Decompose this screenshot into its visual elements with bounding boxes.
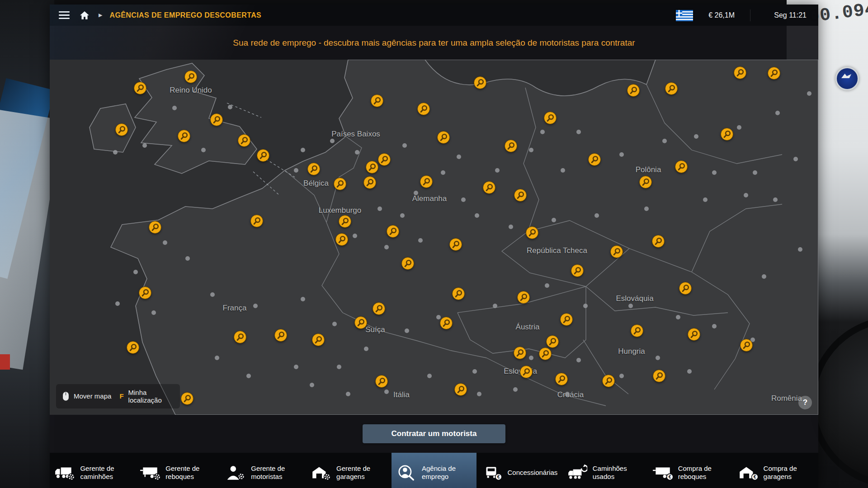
employment-agency-marker[interactable] — [339, 215, 352, 228]
employment-agency-marker[interactable] — [363, 176, 377, 189]
employment-agency-marker[interactable] — [474, 76, 487, 89]
employment-agency-marker[interactable] — [307, 163, 321, 176]
toolbar-item-garage-purchase[interactable]: € Compra de garagens — [733, 453, 818, 488]
employment-agency-marker[interactable] — [238, 134, 251, 147]
employment-agency-marker[interactable] — [768, 67, 781, 80]
undiscovered-city-dot — [332, 322, 337, 326]
employment-agency-marker[interactable] — [139, 286, 152, 300]
employment-agency-marker[interactable] — [134, 82, 147, 95]
employment-agency-marker[interactable] — [602, 375, 615, 388]
employment-agency-marker[interactable] — [610, 245, 623, 258]
employment-agency-marker[interactable] — [560, 313, 573, 326]
employment-agency-marker[interactable] — [555, 373, 568, 386]
employment-agency-marker[interactable] — [184, 70, 198, 84]
employment-agency-marker[interactable] — [526, 226, 539, 239]
employment-agency-marker[interactable] — [149, 221, 162, 234]
employment-agency-marker[interactable] — [312, 333, 325, 347]
country-label: Alemanha — [412, 194, 447, 203]
toolbar-item-used-trucks[interactable]: Caminhões usados — [562, 453, 647, 488]
employment-agency-marker[interactable] — [335, 233, 349, 246]
toolbar-item-garage-manager[interactable]: Gerente de garagens — [306, 453, 392, 488]
svg-text:€: € — [668, 474, 671, 479]
garage-manager-icon — [310, 464, 331, 481]
employment-agency-marker[interactable] — [631, 324, 644, 338]
employment-agency-marker[interactable] — [734, 66, 747, 80]
employment-agency-marker[interactable] — [401, 257, 415, 270]
toolbar-item-driver-manager[interactable]: Gerente de motoristas — [221, 453, 306, 488]
toolbar-item-trailer-manager[interactable]: Gerente de reboques — [135, 453, 221, 488]
employment-agency-marker[interactable] — [371, 94, 384, 108]
employment-agency-marker[interactable] — [514, 189, 527, 202]
employment-agency-marker[interactable] — [740, 339, 753, 352]
undiscovered-city-dot — [151, 310, 156, 315]
employment-agency-marker[interactable] — [234, 331, 247, 344]
employment-agency-marker[interactable] — [688, 328, 701, 341]
employment-agency-marker[interactable] — [514, 347, 527, 360]
employment-agency-marker[interactable] — [127, 341, 140, 354]
help-button[interactable]: ? — [798, 396, 812, 409]
employment-agency-marker[interactable] — [675, 160, 688, 174]
undiscovered-city-dot — [461, 197, 466, 202]
employment-agency-marker[interactable] — [520, 366, 533, 379]
toolbar-item-employment-agency[interactable]: Agência de emprego — [392, 453, 477, 488]
undiscovered-city-dot — [384, 389, 389, 394]
employment-agency-marker[interactable] — [505, 140, 518, 153]
move-map-label: Mover mapa — [74, 392, 111, 400]
top-bar: ▶ AGÊNCIAS DE EMPREGO DESCOBERTAS € 26,1… — [50, 5, 818, 26]
employment-agency-marker[interactable] — [539, 347, 552, 361]
employment-agency-marker[interactable] — [652, 235, 665, 248]
employment-agency-marker[interactable] — [452, 287, 465, 300]
employment-agency-marker[interactable] — [571, 264, 584, 277]
employment-agency-marker[interactable] — [449, 238, 462, 251]
undiscovered-city-dot — [418, 238, 423, 243]
country-label: França — [223, 304, 247, 313]
map-controls: Mover mapa F Minha localização — [56, 384, 180, 409]
employment-agency-marker[interactable] — [387, 225, 400, 238]
employment-agency-marker[interactable] — [257, 149, 270, 162]
employment-agency-marker[interactable] — [721, 128, 734, 141]
employment-agency-marker[interactable] — [417, 103, 430, 116]
employment-agency-marker[interactable] — [437, 131, 450, 144]
employment-agency-marker[interactable] — [274, 329, 288, 342]
employment-agency-marker[interactable] — [375, 375, 388, 388]
employment-agency-marker[interactable] — [544, 112, 557, 125]
country-label: Romênia — [771, 394, 802, 403]
employment-agency-marker[interactable] — [373, 302, 386, 315]
employment-agency-marker[interactable] — [454, 383, 467, 396]
employment-agency-marker[interactable] — [210, 113, 223, 127]
undiscovered-city-dot — [509, 225, 513, 229]
employment-agency-marker[interactable] — [440, 317, 453, 330]
employment-agency-marker[interactable] — [115, 123, 128, 136]
undiscovered-city-dot — [353, 234, 357, 238]
subtitle-text: Sua rede de emprego - descubra mais agên… — [233, 38, 635, 48]
toolbar-item-trailer-purchase[interactable]: € Compra de reboques — [647, 453, 733, 488]
employment-agency-marker[interactable] — [639, 176, 652, 189]
employment-agency-marker[interactable] — [665, 82, 678, 95]
undiscovered-city-dot — [400, 213, 405, 218]
employment-agency-marker[interactable] — [653, 370, 666, 383]
agency-map[interactable]: Reino UnidoPaíses BaixosBélgicaLuxemburg… — [50, 60, 818, 415]
home-icon[interactable] — [80, 11, 90, 20]
toolbar-item-dealers[interactable]: € Concessionárias — [476, 453, 562, 488]
employment-agency-marker[interactable] — [181, 392, 194, 405]
employment-agency-marker[interactable] — [546, 335, 559, 348]
country-label: Países Baixos — [331, 130, 380, 139]
undiscovered-city-dot — [576, 130, 581, 134]
hire-driver-button[interactable]: Contratar um motorista — [363, 424, 506, 443]
employment-agency-marker[interactable] — [178, 130, 191, 143]
employment-agency-marker[interactable] — [588, 153, 601, 166]
employment-agency-marker[interactable] — [420, 175, 433, 188]
employment-agency-marker[interactable] — [378, 153, 391, 166]
employment-agency-marker[interactable] — [483, 181, 496, 194]
undiscovered-city-dot — [477, 392, 481, 396]
employment-agency-marker[interactable] — [250, 215, 264, 228]
employment-agency-marker[interactable] — [627, 84, 640, 97]
employment-agency-marker[interactable] — [334, 178, 347, 191]
employment-agency-marker[interactable] — [517, 291, 530, 304]
toolbar-item-truck-manager[interactable]: Gerente de caminhões — [50, 453, 135, 488]
employment-agency-marker[interactable] — [679, 282, 692, 295]
menu-icon[interactable] — [59, 11, 70, 19]
employment-agency-marker[interactable] — [366, 161, 379, 174]
employment-agency-marker[interactable] — [354, 316, 368, 329]
undiscovered-city-dot — [775, 111, 780, 115]
